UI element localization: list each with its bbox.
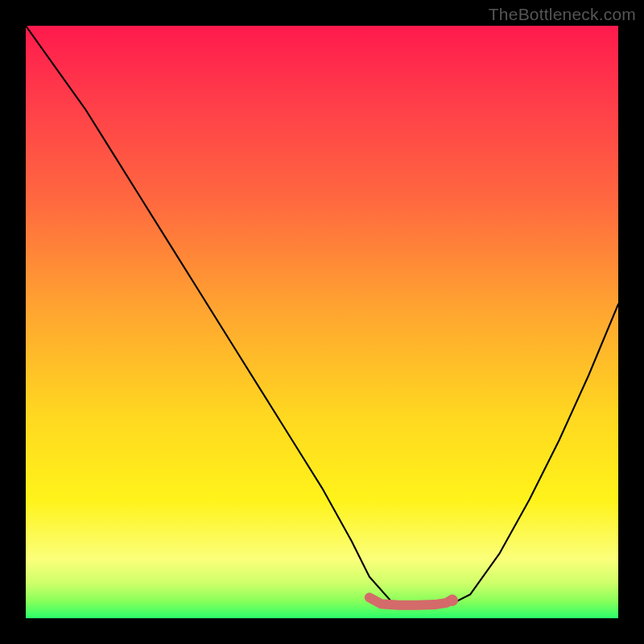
chart-frame: TheBottleneck.com: [0, 0, 644, 644]
bottleneck-curve: [26, 26, 618, 606]
optimal-marker-dot: [447, 595, 458, 606]
plot-area: [26, 26, 618, 618]
watermark-text: TheBottleneck.com: [489, 5, 636, 24]
chart-svg: [26, 26, 618, 618]
optimal-marker-line: [369, 597, 452, 605]
